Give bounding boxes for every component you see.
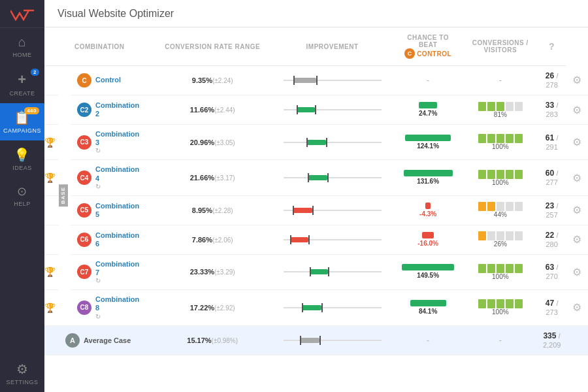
avg-label: Average Case — [84, 336, 131, 344]
rate-value: 21.66%(±3.17) — [190, 174, 235, 182]
sidebar-item-settings[interactable]: ⚙ SETTINGS — [0, 355, 44, 392]
combo-link[interactable]: Combination2 — [95, 101, 139, 118]
gear-icon[interactable]: ⚙ — [572, 234, 581, 245]
sidebar-item-create[interactable]: 2 + CREATE — [0, 65, 44, 103]
gear-icon[interactable]: ⚙ — [572, 105, 581, 116]
combo-name: Combination3 ↻ — [95, 130, 139, 154]
avg-name: Average Case — [84, 336, 131, 344]
combo-link[interactable]: Combination5 — [95, 202, 139, 219]
chance-bars — [468, 264, 532, 273]
rate-value: 7.86%(±2.06) — [192, 236, 233, 244]
chance-bar — [478, 170, 486, 179]
sidebar-item-home[interactable]: ⌂ HOME — [0, 28, 44, 65]
table-row: 🏆 C3 Combination3 ↻ 20.96%(±3.05) 124.1%… — [44, 125, 588, 160]
trophy-cell — [44, 195, 59, 225]
gear-icon[interactable]: ⚙ — [572, 267, 581, 278]
base-label-cell: BASE — [59, 66, 71, 326]
refresh-icon: ↻ — [95, 147, 139, 154]
conversions-cell: 61 / 291 — [538, 125, 566, 160]
gear-icon[interactable]: ⚙ — [572, 302, 581, 313]
combo-cell: C8 Combination8 ↻ — [74, 295, 148, 319]
rate-margin: (±2.28) — [212, 207, 233, 214]
rate-value: 23.33%(±3.29) — [190, 268, 235, 276]
avg-rate-cell: 15.17%(±0.98%) — [154, 325, 272, 355]
refresh-icon: ↻ — [95, 277, 139, 284]
sidebar-item-help-label: HELP — [14, 201, 31, 207]
sidebar-item-ideas-label: IDEAS — [12, 165, 32, 171]
chance-value: 81% — [468, 111, 532, 118]
chance-bar — [515, 299, 523, 308]
chance-bar — [497, 102, 504, 111]
improvement-cell: 84.1% — [393, 290, 463, 325]
conversions-cell: 63 / 270 — [538, 254, 566, 289]
chance-value: 100% — [468, 179, 532, 186]
sidebar-item-help[interactable]: ⊙ HELP — [0, 178, 44, 214]
gear-icon[interactable]: ⚙ — [572, 74, 581, 86]
rate-cell: 17.22%(±2.92) — [154, 290, 272, 325]
results-table: COMBINATION CONVERSION RATE RANGE IMPROV… — [44, 27, 588, 355]
combination-cell: C7 Combination7 ↻ — [71, 254, 154, 289]
combo-badge: C5 — [77, 203, 91, 218]
table-body: BASE C Control 9.35%(±2.24) --26 / 278⚙ … — [44, 66, 588, 355]
improvement-cell: 149.5% — [393, 254, 463, 289]
ideas-icon: 💡 — [14, 147, 31, 163]
avg-name-cell: A Average Case — [59, 325, 154, 355]
combo-cell: C Control — [74, 73, 148, 88]
chance-value: 100% — [468, 273, 532, 280]
improvement-value: -4.3% — [419, 210, 436, 218]
gear-cell: ⚙ — [566, 290, 588, 325]
chance-bars — [468, 299, 532, 308]
improvement-cell: - — [393, 66, 463, 95]
chance-bar — [487, 170, 495, 179]
rate-cell: 20.96%(±3.05) — [154, 125, 272, 160]
conversions-cell: 33 / 283 — [538, 95, 566, 125]
chance-bar — [487, 102, 495, 111]
rate-value: 17.22%(±2.92) — [190, 304, 235, 312]
chance-bar — [515, 202, 523, 211]
combo-link[interactable]: Control — [95, 76, 121, 84]
range-bar-cell — [272, 95, 393, 125]
combination-cell: C3 Combination3 ↻ — [71, 125, 154, 160]
improvement-value: -16.0% — [417, 240, 438, 247]
help-circle-icon[interactable]: ? — [549, 41, 555, 52]
combo-link[interactable]: Combination7 — [95, 260, 139, 277]
combination-cell: C5 Combination5 — [71, 195, 154, 225]
chance-bar — [497, 202, 504, 211]
conversions-value: 47 / 273 — [546, 299, 559, 317]
chance-value: 100% — [468, 143, 532, 150]
table-row: 🏆 C4 Combination4 ↻ 21.66%(±3.17) 131.6%… — [44, 160, 588, 195]
gear-icon[interactable]: ⚙ — [572, 204, 581, 216]
conversions-cell: 23 / 257 — [538, 195, 566, 225]
chance-bars — [468, 231, 532, 240]
gear-cell: ⚙ — [566, 195, 588, 225]
chance-cell: 81% — [463, 95, 538, 125]
gear-icon[interactable]: ⚙ — [572, 137, 581, 148]
trophy-cell: 🏆 — [44, 254, 59, 289]
gear-cell: ⚙ — [566, 125, 588, 160]
combo-link[interactable]: Combination3 — [95, 130, 139, 147]
combo-link[interactable]: Combination6 — [95, 231, 139, 248]
chance-bar — [497, 299, 504, 308]
improvement-value: 149.5% — [402, 272, 454, 279]
sidebar-item-create-label: CREATE — [10, 90, 35, 97]
gear-icon[interactable]: ⚙ — [572, 172, 581, 184]
chance-bar — [478, 299, 486, 308]
sidebar-item-campaigns[interactable]: 440 📋 CAMPAIGNS — [0, 103, 44, 140]
rate-margin: (±2.44) — [214, 106, 235, 114]
combo-link[interactable]: Combination8 — [95, 295, 139, 312]
range-bar-cell — [272, 195, 393, 225]
table-row: C2 Combination2 11.66%(±2.44) 24.7% 81% … — [44, 95, 588, 125]
chance-cell: 100% — [463, 160, 538, 195]
rate-margin: (±3.29) — [214, 269, 235, 276]
sidebar-item-ideas[interactable]: 💡 IDEAS — [0, 140, 44, 178]
combo-badge: C6 — [77, 233, 91, 247]
chance-cell: 100% — [463, 125, 538, 160]
improvement-cell: 124.1% — [393, 125, 463, 160]
combo-badge: C2 — [77, 103, 91, 117]
sidebar-item-home-label: HOME — [13, 52, 32, 58]
conversions-value: 23 / 257 — [546, 201, 559, 220]
combo-cell: C3 Combination3 ↻ — [74, 130, 148, 154]
combo-link[interactable]: Combination4 — [95, 165, 139, 182]
conversions-value: 26 / 278 — [546, 71, 559, 90]
improvement-cell: 131.6% — [393, 160, 463, 195]
